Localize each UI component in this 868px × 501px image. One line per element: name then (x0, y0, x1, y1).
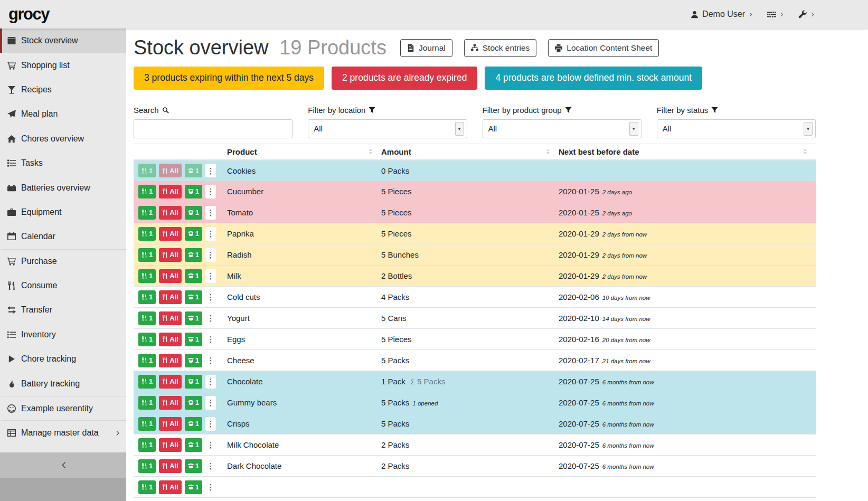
search-input[interactable] (134, 119, 293, 138)
row-menu-button[interactable]: ⋮ (205, 227, 216, 241)
consume-all-button[interactable]: All (159, 438, 182, 452)
consume-all-button[interactable]: All (159, 480, 182, 494)
row-menu-button[interactable]: ⋮ (205, 311, 216, 325)
row-menu-button[interactable]: ⋮ (205, 206, 216, 220)
consume-one-button[interactable]: 1 (138, 269, 156, 283)
open-one-button[interactable]: 1 (185, 354, 202, 367)
consume-one-button[interactable]: 1 (138, 206, 156, 220)
open-one-button[interactable]: 1 (185, 480, 202, 494)
row-menu-button[interactable]: ⋮ (205, 354, 216, 367)
consume-all-button[interactable]: All (159, 248, 182, 262)
consume-one-button[interactable]: 1 (138, 459, 156, 473)
sidebar-item-batteries-overview[interactable]: Batteries overview (0, 175, 126, 200)
consume-all-button[interactable]: All (159, 290, 182, 304)
open-one-button[interactable]: 1 (185, 269, 202, 283)
sidebar-item-example-userentity[interactable]: Example userentity (0, 396, 126, 420)
consume-one-button[interactable]: 1 (138, 417, 156, 431)
row-menu-button[interactable]: ⋮ (205, 185, 216, 198)
open-one-button[interactable]: 1 (185, 375, 202, 389)
open-one-button[interactable]: 1 (185, 227, 202, 241)
below-min-stock-badge[interactable]: 4 products are below defined min. stock … (485, 67, 702, 90)
row-menu-button[interactable]: ⋮ (205, 375, 216, 389)
row-menu-button[interactable]: ⋮ (205, 269, 216, 283)
sidebar-item-shopping-list[interactable]: Shopping list (0, 53, 126, 77)
status-select[interactable]: All ▾ (657, 119, 816, 138)
sort-icon[interactable] (367, 148, 374, 155)
consume-one-button[interactable]: 1 (138, 164, 156, 177)
expiring-products-badge[interactable]: 3 products expiring within the next 5 da… (134, 67, 324, 90)
sidebar-item-purchase[interactable]: Purchase (0, 249, 126, 273)
sidebar-collapse-button[interactable] (0, 452, 126, 478)
row-menu-button[interactable]: ⋮ (205, 333, 216, 346)
sidebar-item-consume[interactable]: Consume (0, 273, 126, 298)
sidebar-item-calendar[interactable]: Calendar (0, 224, 126, 249)
settings-menu[interactable] (767, 10, 785, 19)
stock-entries-button[interactable]: Stock entries (464, 39, 537, 57)
open-one-button[interactable]: 1 (185, 290, 202, 304)
admin-menu[interactable] (798, 10, 815, 18)
best-before-column-header[interactable]: Next best before date (559, 144, 816, 160)
sidebar-item-manage-master-data[interactable]: Manage master data (0, 420, 126, 445)
consume-all-button[interactable]: All (159, 311, 182, 325)
consume-all-button[interactable]: All (159, 375, 182, 389)
row-menu-button[interactable]: ⋮ (205, 248, 216, 262)
sidebar-item-recipes[interactable]: Recipes (0, 78, 126, 102)
row-menu-button[interactable]: ⋮ (205, 417, 216, 431)
consume-one-button[interactable]: 1 (138, 248, 156, 262)
consume-all-button[interactable]: All (159, 417, 182, 431)
user-menu[interactable]: Demo User (691, 10, 753, 19)
consume-all-button[interactable]: All (159, 396, 182, 410)
location-select[interactable]: All ▾ (308, 119, 467, 138)
product-group-select[interactable]: All ▾ (483, 119, 641, 138)
open-one-button[interactable]: 1 (185, 438, 202, 452)
open-one-button[interactable]: 1 (185, 185, 202, 198)
consume-all-button[interactable]: All (159, 206, 182, 220)
sidebar-item-stock-overview[interactable]: Stock overview (0, 29, 126, 53)
consume-one-button[interactable]: 1 (138, 185, 156, 198)
sort-icon[interactable] (802, 148, 808, 155)
consume-one-button[interactable]: 1 (138, 333, 156, 346)
row-menu-button[interactable]: ⋮ (205, 396, 216, 410)
product-column-header[interactable]: Product (227, 144, 381, 160)
consume-all-button[interactable]: All (159, 227, 182, 241)
sort-icon[interactable] (545, 148, 551, 155)
grocy-logo[interactable]: grocy (8, 5, 49, 24)
location-content-sheet-button[interactable]: Location Content Sheet (548, 39, 659, 57)
sidebar-item-chores-overview[interactable]: Chores overview (0, 127, 126, 151)
consume-all-button[interactable]: All (159, 333, 182, 346)
row-menu-button[interactable]: ⋮ (205, 438, 216, 452)
consume-all-button[interactable]: All (159, 185, 182, 198)
open-one-button[interactable]: 1 (185, 459, 202, 473)
row-menu-button[interactable]: ⋮ (205, 164, 216, 177)
consume-one-button[interactable]: 1 (138, 396, 156, 410)
consume-one-button[interactable]: 1 (138, 311, 156, 325)
open-one-button[interactable]: 1 (185, 206, 202, 220)
consume-all-button[interactable]: All (159, 269, 182, 283)
sidebar-item-inventory[interactable]: Inventory (0, 323, 126, 347)
sidebar-item-tasks[interactable]: Tasks (0, 151, 126, 175)
consume-one-button[interactable]: 1 (138, 375, 156, 389)
open-one-button[interactable]: 1 (185, 396, 202, 410)
open-one-button[interactable]: 1 (185, 417, 202, 431)
open-one-button[interactable]: 1 (185, 164, 202, 177)
consume-one-button[interactable]: 1 (138, 290, 156, 304)
sidebar-item-battery-tracking[interactable]: Battery tracking (0, 371, 126, 395)
amount-column-header[interactable]: Amount (381, 144, 559, 160)
expired-products-badge[interactable]: 2 products are already expired (332, 67, 477, 90)
sidebar-item-chore-tracking[interactable]: Chore tracking (0, 347, 126, 371)
sidebar-item-meal-plan[interactable]: Meal plan (0, 102, 126, 126)
consume-one-button[interactable]: 1 (138, 227, 156, 241)
consume-all-button[interactable]: All (159, 459, 182, 473)
row-menu-button[interactable]: ⋮ (205, 290, 216, 304)
sidebar-item-transfer[interactable]: Transfer (0, 298, 126, 322)
consume-all-button[interactable]: All (159, 164, 182, 177)
sidebar-item-equipment[interactable]: Equipment (0, 200, 126, 224)
consume-one-button[interactable]: 1 (138, 480, 156, 494)
open-one-button[interactable]: 1 (185, 333, 202, 346)
open-one-button[interactable]: 1 (185, 248, 202, 262)
row-menu-button[interactable]: ⋮ (205, 480, 216, 494)
open-one-button[interactable]: 1 (185, 311, 202, 325)
consume-one-button[interactable]: 1 (138, 438, 156, 452)
journal-button[interactable]: Journal (400, 39, 452, 57)
row-menu-button[interactable]: ⋮ (205, 459, 216, 473)
